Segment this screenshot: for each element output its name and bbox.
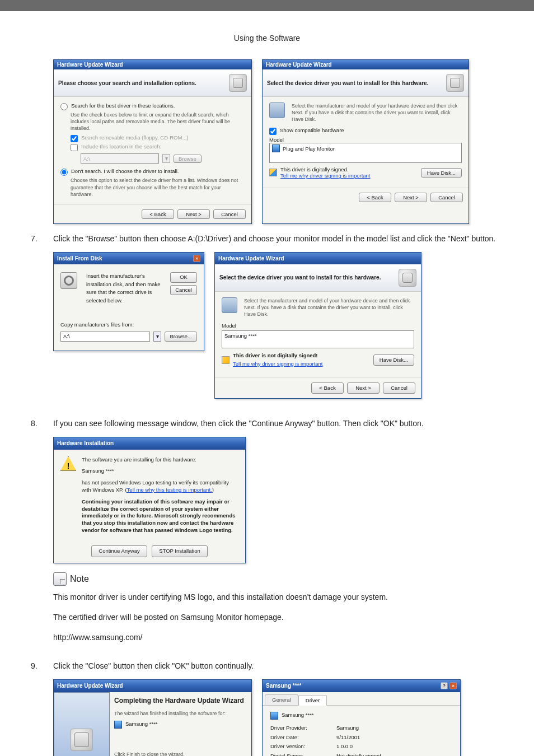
continue-anyway-button[interactable]: Continue Anyway bbox=[91, 545, 147, 557]
tab-general[interactable]: General bbox=[265, 694, 298, 706]
search-best-hint: Use the check boxes below to limit or ex… bbox=[71, 111, 245, 132]
hw-text-2b: ) bbox=[212, 487, 214, 493]
titlebar: Install From Disk× bbox=[54, 253, 204, 265]
window-title: Hardware Installation bbox=[57, 439, 114, 448]
k-signer: Digital Signer: bbox=[270, 752, 326, 756]
v-date: 9/11/2001 bbox=[336, 734, 360, 742]
window-title: Hardware Update Wizard bbox=[266, 62, 332, 68]
note-label: Note bbox=[70, 572, 89, 586]
note-p2: The certified driver will be posted on S… bbox=[53, 612, 503, 624]
hw-wizard-select-driver-samsung: Hardware Update Wizard Select the device… bbox=[214, 252, 421, 399]
why-signing-link[interactable]: Tell me why driver signing is important bbox=[233, 360, 370, 368]
chip-icon bbox=[269, 102, 285, 118]
copy-from-label: Copy manufacturer's files from: bbox=[60, 321, 197, 329]
wizard-header: Select the device driver you want to ins… bbox=[215, 264, 421, 292]
location-path-input[interactable] bbox=[81, 153, 159, 164]
help-icon[interactable]: ? bbox=[441, 682, 448, 689]
model-item[interactable]: Samsung **** bbox=[224, 333, 257, 339]
install-from-text: Insert the manufacturer's installation d… bbox=[86, 272, 166, 305]
back-button[interactable]: < Back bbox=[359, 193, 391, 202]
next-button[interactable]: Next > bbox=[177, 209, 210, 219]
hw-text-3: Continuing your installation of this sof… bbox=[82, 498, 238, 534]
k-version: Driver Version: bbox=[270, 743, 326, 751]
completing-monitor-name: Samsung **** bbox=[125, 720, 158, 729]
model-list[interactable]: Plug and Play Monitor bbox=[269, 143, 462, 163]
v-version: 1.0.0.0 bbox=[336, 743, 353, 751]
close-icon[interactable]: × bbox=[449, 682, 457, 689]
shield-icon bbox=[269, 169, 277, 176]
step-text: Click the "Browse" button then choose A:… bbox=[53, 233, 503, 245]
model-item[interactable]: Plug and Play Monitor bbox=[283, 146, 335, 152]
stop-installation-button[interactable]: STOP Installation bbox=[152, 545, 208, 557]
ok-button[interactable]: OK bbox=[170, 272, 197, 283]
tab-driver[interactable]: Driver bbox=[298, 695, 327, 706]
monitor-icon bbox=[270, 712, 278, 720]
wizard-header: Select the device driver you want to ins… bbox=[263, 69, 469, 97]
include-location-check[interactable]: Include this location in the search: bbox=[71, 143, 245, 151]
model-list[interactable]: Samsung **** bbox=[222, 330, 414, 348]
cancel-button[interactable]: Cancel bbox=[383, 382, 415, 394]
step-number: 8. bbox=[31, 418, 43, 650]
wizard-header: Please choose your search and installati… bbox=[54, 69, 251, 97]
wizard-illustration bbox=[54, 692, 110, 756]
why-testing-link[interactable]: Tell me why this testing is important. bbox=[127, 487, 212, 493]
search-removable-check[interactable]: Search removable media (floppy, CD-ROM..… bbox=[71, 134, 245, 142]
titlebar: Hardware Installation bbox=[54, 437, 245, 450]
page: Using the Software Hardware Update Wizar… bbox=[0, 11, 534, 756]
browse-button[interactable]: Browse... bbox=[165, 332, 197, 342]
completing-finish-text: Click Finish to close the wizard. bbox=[114, 751, 247, 756]
hw-text-monitor: Samsung **** bbox=[82, 468, 114, 474]
select-driver-desc: Select the manufacturer and model of you… bbox=[244, 297, 414, 318]
have-disk-button[interactable]: Have Disk... bbox=[421, 168, 462, 178]
cancel-button[interactable]: Cancel bbox=[430, 193, 463, 202]
monitor-icon bbox=[114, 721, 122, 729]
titlebar: Samsung **** ?× bbox=[263, 680, 460, 692]
next-button[interactable]: Next > bbox=[395, 193, 427, 202]
location-dropdown-icon[interactable]: ▾ bbox=[162, 154, 170, 163]
back-button[interactable]: < Back bbox=[311, 382, 344, 394]
browse-button[interactable]: Browse bbox=[174, 155, 202, 163]
titlebar: Hardware Update Wizard bbox=[263, 60, 469, 69]
copy-from-input[interactable] bbox=[60, 332, 150, 342]
cancel-button[interactable]: Cancel bbox=[170, 285, 197, 296]
step-number: 9. bbox=[31, 660, 43, 756]
note-icon bbox=[53, 572, 67, 586]
titlebar: Hardware Update Wizard bbox=[54, 60, 251, 69]
disk-icon bbox=[60, 272, 77, 289]
wizard-header-text: Select the device driver you want to ins… bbox=[267, 80, 446, 86]
show-compatible-check[interactable]: Show compatible hardware bbox=[269, 127, 462, 135]
wizard-header-text: Select the device driver you want to ins… bbox=[219, 273, 399, 282]
have-disk-button[interactable]: Have Disk... bbox=[373, 354, 414, 366]
wizard-footer: < Back Next > Cancel bbox=[215, 377, 421, 399]
close-icon[interactable]: × bbox=[193, 255, 200, 262]
window-title: Hardware Update Wizard bbox=[57, 682, 123, 690]
wizard-footer: < Back Next > Cancel bbox=[263, 188, 469, 207]
device-icon bbox=[229, 74, 247, 92]
step-number: 7. bbox=[31, 233, 43, 408]
back-button[interactable]: < Back bbox=[142, 209, 174, 219]
dropdown-icon[interactable]: ▾ bbox=[153, 332, 161, 342]
wizard-header-text: Please choose your search and installati… bbox=[58, 80, 229, 86]
step-8: 8. If you can see following message wind… bbox=[31, 418, 503, 650]
monitor-icon bbox=[272, 144, 280, 152]
window-title: Install From Disk bbox=[57, 254, 102, 263]
warning-shield-icon bbox=[222, 356, 229, 364]
k-provider: Driver Provider: bbox=[270, 724, 326, 732]
step-9: 9. Click the "Close" button then click "… bbox=[31, 660, 503, 756]
step-text: If you can see following message window,… bbox=[53, 418, 503, 430]
hw-text-1: The software you are installing for this… bbox=[82, 456, 196, 463]
why-signing-link[interactable]: Tell me why driver signing is important bbox=[280, 172, 418, 179]
next-button[interactable]: Next > bbox=[347, 382, 380, 394]
monitor-properties-dialog: Samsung **** ?× General Driver Samsung *… bbox=[262, 679, 461, 756]
dont-search-radio[interactable]: Don't search. I will choose the driver t… bbox=[60, 168, 245, 176]
hw-wizard-search-options: Hardware Update Wizard Please choose you… bbox=[53, 59, 252, 224]
search-best-radio[interactable]: Search for the best driver in these loca… bbox=[60, 102, 245, 110]
props-monitor-name: Samsung **** bbox=[282, 711, 314, 720]
titlebar: Hardware Update Wizard bbox=[54, 680, 251, 692]
note-p1: This monitor driver is under certifying … bbox=[53, 591, 503, 604]
device-icon bbox=[71, 729, 93, 751]
cancel-button[interactable]: Cancel bbox=[213, 209, 246, 219]
signed-label: This driver is digitally signed. bbox=[280, 166, 418, 172]
device-icon bbox=[399, 269, 416, 287]
completing-sub: The wizard has finished installing the s… bbox=[114, 710, 247, 717]
